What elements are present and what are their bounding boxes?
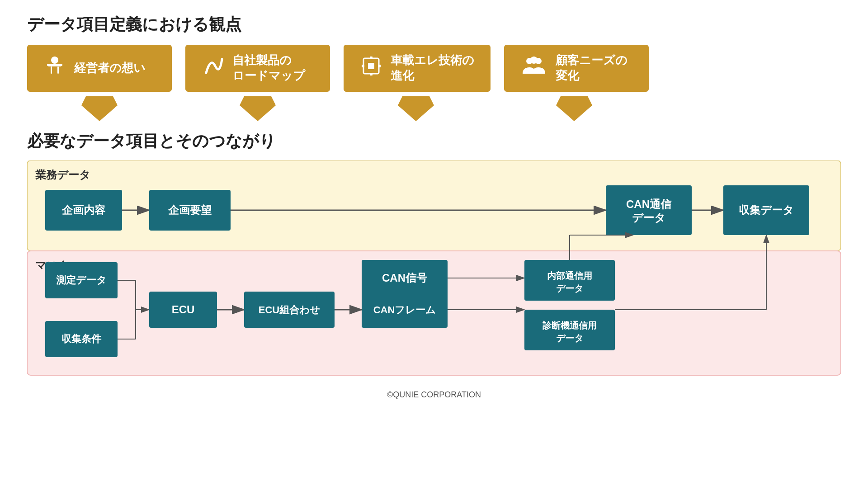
text-kikaku-yobo: 企画要望	[168, 204, 212, 216]
svg-rect-9	[362, 65, 364, 67]
card-customer: 顧客ニーズの 変化	[504, 45, 649, 92]
arrows-row	[27, 96, 841, 121]
footer: ©QUNIE CORPORATION	[27, 390, 841, 400]
arrow-4	[502, 96, 646, 121]
cards-row: 経営者の想い 自社製品の ロードマップ 車載エレ技術の	[27, 45, 841, 92]
card-tech-text: 車載エレ技術の 進化	[391, 53, 474, 84]
card-keiei-text: 経営者の想い	[74, 61, 146, 76]
svg-text:データ: データ	[556, 333, 583, 343]
section1-title: データ項目定義における観点	[27, 14, 841, 36]
customer-icon	[520, 55, 547, 82]
svg-text:ECU: ECU	[172, 303, 195, 316]
card-roadmap-text: 自社製品の ロードマップ	[232, 53, 305, 84]
roadmap-icon	[202, 55, 224, 82]
card-keiei: 経営者の想い	[27, 45, 172, 92]
svg-text:CAN信号: CAN信号	[382, 272, 428, 284]
section2-title: 必要なデータ項目とそのつながり	[27, 130, 841, 152]
arrow-3	[344, 96, 488, 121]
svg-text:CAN通信: CAN通信	[626, 198, 672, 210]
svg-rect-10	[378, 65, 381, 67]
card-customer-text: 顧客ニーズの 変化	[556, 53, 627, 84]
svg-text:収集データ: 収集データ	[739, 204, 794, 216]
keiei-icon	[43, 55, 66, 82]
arrow-2	[185, 96, 330, 121]
svg-point-0	[51, 57, 58, 64]
svg-marker-14	[81, 96, 118, 121]
card-tech: 車載エレ技術の 進化	[344, 45, 491, 92]
footer-text: ©QUNIE CORPORATION	[387, 390, 481, 399]
svg-text:収集条件: 収集条件	[61, 333, 102, 344]
tech-icon	[360, 55, 382, 82]
svg-text:データ: データ	[556, 283, 583, 293]
svg-rect-8	[370, 73, 373, 75]
svg-text:CANフレーム: CANフレーム	[373, 304, 436, 316]
svg-text:内部通信用: 内部通信用	[547, 271, 592, 281]
diagram-wrapper: 業務データ マスタ 企画内容 企画要望 CAN通信 データ 収集データ	[27, 160, 841, 379]
svg-text:診断機通信用: 診断機通信用	[542, 321, 597, 330]
biz-label: 業務データ	[35, 169, 90, 181]
svg-point-13	[530, 57, 538, 64]
svg-text:測定データ: 測定データ	[56, 274, 107, 286]
arrow-1	[27, 96, 172, 121]
svg-rect-4	[47, 64, 62, 66]
svg-text:データ: データ	[632, 212, 665, 224]
svg-rect-3	[57, 66, 59, 74]
svg-rect-6	[368, 63, 374, 69]
svg-text:ECU組合わせ: ECU組合わせ	[259, 304, 320, 316]
card-roadmap: 自社製品の ロードマップ	[185, 45, 330, 92]
box-can-data	[606, 185, 692, 235]
diagram-svg: 業務データ マスタ 企画内容 企画要望 CAN通信 データ 収集データ	[27, 160, 841, 377]
svg-marker-15	[240, 96, 276, 121]
svg-marker-16	[398, 96, 434, 121]
svg-marker-17	[556, 96, 592, 121]
svg-rect-7	[370, 57, 373, 59]
page-container: データ項目定義における観点 経営者の想い 自社製品の ロードマップ	[0, 0, 868, 481]
text-kikaku: 企画内容	[61, 204, 106, 216]
svg-rect-2	[51, 66, 52, 74]
